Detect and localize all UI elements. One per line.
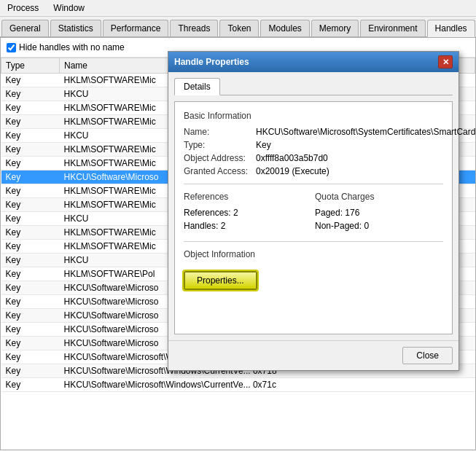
modal-body: Details Basic Information Name: HKCU\Sof… [168, 72, 459, 340]
modal-footer: Close [168, 340, 459, 370]
cell-type: Key [1, 115, 60, 129]
handles-value: Handles: 2 [184, 221, 225, 231]
tab-handles[interactable]: Handles [427, 20, 475, 37]
refs-row: References: 2 [184, 208, 312, 218]
cell-type: Key [1, 212, 60, 226]
type-row: Type: Key [184, 140, 443, 150]
name-value: HKCU\Software\Microsoft\SystemCertificat… [256, 127, 476, 137]
hide-handles-label: Hide handles with no name [19, 42, 125, 52]
tab-threads[interactable]: Threads [170, 20, 218, 36]
non-paged-row: Non-Paged: 0 [315, 221, 443, 231]
modal-tabs: Details [174, 78, 453, 95]
object-info-title: Object Information [184, 249, 443, 259]
cell-type: Key [1, 129, 60, 143]
modal-tab-details[interactable]: Details [174, 78, 220, 95]
cell-type: Key [1, 226, 60, 240]
granted-access-label: Granted Access: [184, 166, 253, 176]
cell-type: Key [1, 309, 60, 323]
tab-memory[interactable]: Memory [311, 20, 359, 36]
modal-titlebar: Handle Properties ✕ [168, 52, 459, 72]
handles-row: Handles: 2 [184, 221, 312, 231]
basic-info-title: Basic Information [184, 111, 443, 121]
cell-type: Key [1, 143, 60, 157]
non-paged-value: Non-Paged: 0 [315, 221, 369, 231]
cell-type: Key [1, 281, 60, 295]
cell-type: Key [1, 170, 60, 184]
menu-bar: Process Window [0, 0, 476, 17]
tab-statistics[interactable]: Statistics [50, 20, 101, 36]
granted-access-row: Granted Access: 0x20019 (Execute) [184, 166, 443, 176]
cell-type: Key [1, 240, 60, 254]
quota-section: Quota Charges Paged: 176 Non-Paged: 0 [315, 192, 443, 234]
divider-2 [184, 241, 443, 242]
cell-type: Key [1, 267, 60, 281]
object-address-row: Object Address: 0xffff8a003a5b7d0 [184, 153, 443, 163]
menu-process[interactable]: Process [3, 1, 43, 15]
paged-value: Paged: 176 [315, 208, 359, 218]
tab-general[interactable]: General [1, 20, 49, 36]
cell-type: Key [1, 337, 60, 350]
refs-quota-section: References References: 2 Handles: 2 Quot… [184, 192, 443, 234]
hide-handles-checkbox[interactable] [7, 43, 16, 52]
cell-type: Key [1, 87, 60, 101]
paged-row: Paged: 176 [315, 208, 443, 218]
tab-environment[interactable]: Environment [360, 20, 425, 36]
cell-type: Key [1, 295, 60, 309]
name-row: Name: HKCU\Software\Microsoft\SystemCert… [184, 127, 443, 137]
modal-panel: Basic Information Name: HKCU\Software\Mi… [174, 101, 453, 334]
main-content: Hide handles with no name Type Name KeyH… [0, 37, 476, 450]
cell-type: Key [1, 364, 60, 378]
modal-title: Handle Properties [174, 57, 249, 67]
cell-type: Key [1, 378, 60, 392]
menu-window[interactable]: Window [49, 1, 89, 15]
object-address-value: 0xffff8a003a5b7d0 [256, 153, 328, 163]
cell-name: HKCU\Software\Microsoft\Windows\CurrentV… [60, 378, 475, 392]
tab-modules[interactable]: Modules [260, 20, 309, 36]
cell-type: Key [1, 323, 60, 337]
cell-type: Key [1, 254, 60, 267]
object-address-label: Object Address: [184, 153, 253, 163]
cell-type: Key [1, 198, 60, 212]
type-value: Key [256, 140, 271, 150]
handle-properties-dialog: Handle Properties ✕ Details Basic Inform… [168, 51, 459, 371]
tab-token[interactable]: Token [219, 20, 259, 36]
references-title: References [184, 192, 312, 202]
table-row[interactable]: KeyHKCU\Software\Microsoft\Windows\Curre… [1, 378, 475, 392]
references-section: References References: 2 Handles: 2 [184, 192, 312, 234]
tab-performance[interactable]: Performance [103, 20, 169, 36]
cell-type: Key [1, 184, 60, 198]
tabs-bar: General Statistics Performance Threads T… [0, 17, 476, 37]
modal-close-button[interactable]: ✕ [438, 55, 453, 68]
quota-title: Quota Charges [315, 192, 443, 202]
close-button[interactable]: Close [402, 347, 453, 364]
cell-type: Key [1, 74, 60, 87]
cell-type: Key [1, 101, 60, 115]
properties-button[interactable]: Properties... [184, 271, 257, 290]
granted-access-value: 0x20019 (Execute) [256, 166, 329, 176]
hide-handles-checkbox-label[interactable]: Hide handles with no name [7, 42, 125, 52]
cell-type: Key [1, 157, 60, 170]
name-label: Name: [184, 127, 253, 137]
divider-1 [184, 184, 443, 184]
refs-value: References: 2 [184, 208, 238, 218]
cell-type: Key [1, 350, 60, 364]
type-label: Type: [184, 140, 253, 150]
col-type[interactable]: Type [1, 58, 60, 74]
